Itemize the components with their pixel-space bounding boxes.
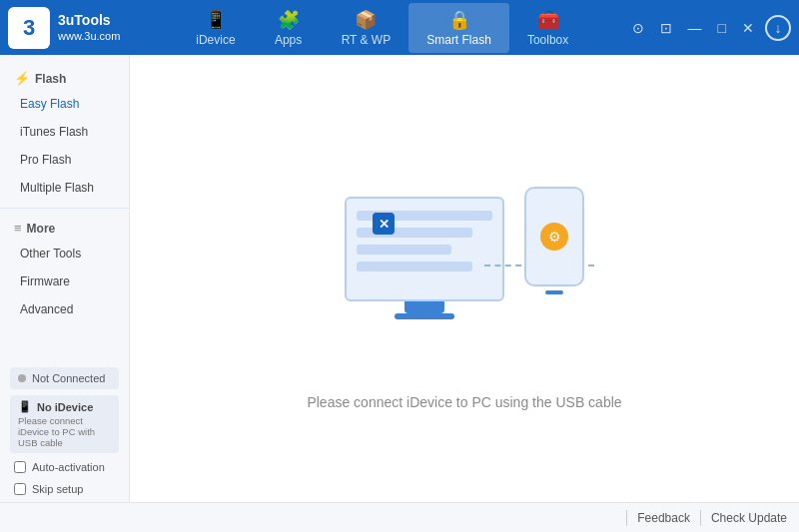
logo-number: 3: [23, 15, 35, 41]
more-section-label: ≡ More: [0, 215, 129, 240]
titlebar-actions: ⊙ ⊡ — □ ✕ ↓: [627, 15, 791, 41]
sidebar-item-advanced[interactable]: Advanced: [0, 295, 129, 323]
app-body: ⚡ Flash Easy FlashiTunes FlashPro FlashM…: [0, 55, 799, 532]
brand-name: 3uTools: [58, 11, 120, 29]
screen-bar-4: [357, 262, 472, 271]
sidebar-item-itunes-flash[interactable]: iTunes Flash: [0, 118, 129, 146]
tab-label-rtwp: RT & WP: [342, 33, 392, 47]
device-sub: Please connect iDevice to PC with USB ca…: [18, 415, 111, 448]
nav-tab-smartflash[interactable]: 🔒Smart Flash: [408, 3, 509, 53]
tab-icon-idevice: 📱: [205, 9, 227, 31]
screen-bar-3: [357, 245, 451, 255]
phone-body: ⚙: [524, 187, 584, 286]
skip-setup-label: Skip setup: [32, 483, 83, 495]
nav-tab-toolbox[interactable]: 🧰Toolbox: [509, 3, 586, 53]
sidebar-item-multiple-flash[interactable]: Multiple Flash: [0, 174, 129, 202]
sidebar-item-pro-flash[interactable]: Pro Flash: [0, 146, 129, 174]
maximize-button[interactable]: □: [713, 18, 731, 38]
wifi-icon[interactable]: ⊙: [627, 18, 649, 38]
tab-icon-smartflash: 🔒: [448, 9, 470, 31]
more-icon: ≡: [14, 221, 22, 236]
feedback-link[interactable]: Feedback: [637, 511, 690, 525]
nav-tab-rtwp[interactable]: 📦RT & WP: [324, 3, 409, 53]
nav-tab-apps[interactable]: 🧩Apps: [254, 3, 324, 53]
brand-url: www.3u.com: [58, 29, 120, 43]
phone-home-btn: [545, 290, 563, 294]
device-title: 📱 No iDevice: [18, 400, 111, 413]
logo-text: 3uTools www.3u.com: [58, 11, 120, 43]
logo-area: 3 3uTools www.3u.com: [8, 7, 138, 49]
monitor-screen: [345, 197, 504, 301]
device-icon: 📱: [18, 400, 32, 413]
illustration: ✕ ⚙: [315, 177, 614, 376]
monitor-stand: [404, 301, 444, 313]
sidebar-item-easy-flash[interactable]: Easy Flash: [0, 90, 129, 118]
auto-activation-row[interactable]: Auto-activation: [10, 459, 119, 475]
titlebar: 3 3uTools www.3u.com 📱iDevice🧩Apps📦RT & …: [0, 0, 799, 55]
minimize-button[interactable]: —: [683, 18, 707, 38]
statusbar-divider-2: [700, 510, 701, 526]
skip-setup-checkbox[interactable]: [14, 483, 26, 495]
nav-tab-idevice[interactable]: 📱iDevice: [178, 3, 253, 53]
flash-icon: ⚡: [14, 71, 30, 86]
sidebar-divider-1: [0, 208, 129, 209]
phone: ⚙: [524, 187, 584, 296]
tab-label-apps: Apps: [275, 33, 302, 47]
tab-icon-apps: 🧩: [278, 9, 300, 31]
download-button[interactable]: ↓: [765, 15, 791, 41]
connection-dot: [18, 374, 26, 382]
window-icon[interactable]: ⊡: [655, 18, 677, 38]
tab-label-toolbox: Toolbox: [527, 33, 568, 47]
tab-label-idevice: iDevice: [196, 33, 235, 47]
error-icon: ✕: [373, 213, 395, 235]
tab-icon-rtwp: 📦: [355, 9, 377, 31]
monitor: [345, 197, 504, 326]
auto-activation-checkbox[interactable]: [14, 461, 26, 473]
sidebar-item-other-tools[interactable]: Other Tools: [0, 240, 129, 267]
connection-badge: Not Connected: [10, 367, 119, 389]
monitor-base: [395, 313, 454, 319]
auto-activation-label: Auto-activation: [32, 461, 105, 473]
tab-icon-toolbox: 🧰: [537, 9, 559, 31]
connect-message: Please connect iDevice to PC using the U…: [307, 394, 621, 410]
nav-tabs: 📱iDevice🧩Apps📦RT & WP🔒Smart Flash🧰Toolbo…: [138, 3, 627, 53]
sidebar: ⚡ Flash Easy FlashiTunes FlashPro FlashM…: [0, 55, 130, 532]
tab-label-smartflash: Smart Flash: [426, 33, 491, 47]
skip-setup-row[interactable]: Skip setup: [10, 481, 119, 497]
device-badge: 📱 No iDevice Please connect iDevice to P…: [10, 395, 119, 453]
phone-icon: ⚙: [540, 223, 568, 251]
logo-box: 3: [8, 7, 50, 49]
check-update-link[interactable]: Check Update: [711, 511, 787, 525]
flash-section-label: ⚡ Flash: [0, 65, 129, 90]
statusbar: Feedback Check Update: [0, 502, 799, 532]
sidebar-item-firmware[interactable]: Firmware: [0, 267, 129, 295]
statusbar-divider-1: [626, 510, 627, 526]
main-content: ✕ ⚙ Please connect iDevice to PC using t…: [130, 55, 799, 532]
connection-status: Not Connected: [32, 372, 105, 384]
close-button[interactable]: ✕: [737, 18, 759, 38]
